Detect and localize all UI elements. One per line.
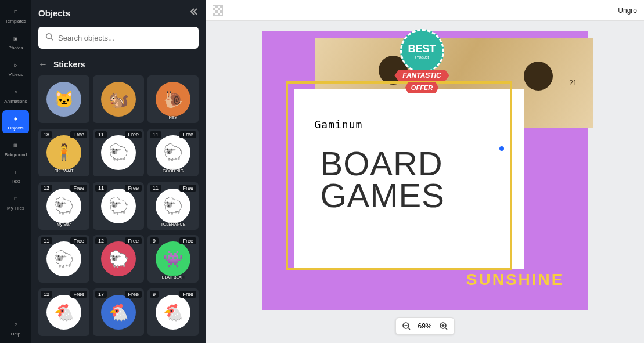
nav-objects[interactable]: ◆ Objects [2,110,29,133]
sticker-price-badge: Free [179,131,196,138]
objects-icon: ◆ [10,114,21,124]
sticker-caption: My Star [57,222,71,226]
background-icon: ▦ [10,140,21,151]
sticker-pack[interactable]: 🐑11FreeGOOD NIG [147,129,199,176]
sticker-pack[interactable]: 🐔9Free [147,288,199,336]
zoom-out-button[interactable] [400,320,412,332]
zoom-out-icon [401,322,411,331]
sticker-grid[interactable]: 🐱🐿️🐌HEY🧍18FreeOK I WAIT🐑11Free🐑11FreeGOO… [38,75,199,343]
nav-animations[interactable]: ✳ Animations [2,84,29,107]
nav-help[interactable]: ? Help [2,316,29,340]
search-input[interactable] [58,34,192,42]
sticker-count-badge: 12 [95,237,107,244]
sticker-thumbnail: 🐑 [46,241,81,276]
brand-text: Gaminum [315,118,363,131]
sticker-count-badge: 11 [95,185,107,192]
sticker-pack[interactable]: 🐑11Free [38,235,89,283]
collapse-panel-button[interactable] [189,7,199,19]
sunshine-text: SUNSHINE [466,270,564,289]
sticker-count-badge: 12 [41,291,52,298]
sticker-thumbnail: 🐱 [46,82,81,117]
sticker-price-badge: Free [70,237,87,244]
sticker-pack[interactable]: 🐔12Free [38,288,89,336]
sticker-thumbnail: 🐔 [101,295,136,330]
nav-templates[interactable]: ⊞ Templates [2,3,29,27]
nav-label: Photos [9,45,23,50]
sticker-price-badge: Free [179,291,196,298]
sticker-pack[interactable]: 🐔17Free [93,288,144,336]
sticker-thumbnail: 🐌 [156,82,190,117]
sticker-count-badge: 11 [95,131,107,138]
sticker-pack[interactable]: 🧍18FreeOK I WAIT [38,129,89,176]
sticker-count-badge: 11 [150,185,161,192]
sticker-pack[interactable]: 🐑12Free [93,235,144,283]
ribbon-fantastic: FANTASTIC [394,70,449,81]
sticker-price-badge: Free [125,237,142,244]
sticker-caption: BLAH BLAH [162,275,185,279]
objects-panel: Objects ← Stickers 🐱🐿️🐌HEY🧍18FreeOK I WA… [31,0,206,343]
ungroup-button[interactable]: Ungro [618,6,637,15]
files-icon: □ [10,194,21,204]
nav-label: Objects [8,125,23,131]
sticker-price-badge: Free [70,131,87,138]
zoom-in-icon [439,322,448,331]
section-title: Stickers [53,60,85,69]
zoom-in-button[interactable] [438,320,449,332]
ribbon-offer: OFFER [405,82,438,93]
search-icon [45,33,53,43]
sticker-pack[interactable]: 🐑11Free [93,129,144,176]
sticker-count-badge: 9 [150,237,159,244]
nav-label: Help [11,331,20,337]
nav-videos[interactable]: ▷ Videos [2,57,29,80]
sticker-thumbnail: 🐿️ [101,82,136,117]
sticker-thumbnail: 🐔 [46,295,81,330]
sticker-pack[interactable]: 👾9FreeBLAH BLAH [147,235,199,283]
nav-photos[interactable]: ▣ Photos [2,30,29,53]
sticker-count-badge: 11 [41,237,52,244]
sticker-pack[interactable]: 🐑12FreeMy Star [38,182,89,230]
nav-label: Templates [5,19,26,24]
badge-object[interactable]: BEST Product FANTASTIC OFFER [390,29,454,93]
design-artboard[interactable]: 20 21 Gaminum BOARD GAMES BEST Product F… [262,31,588,310]
sticker-caption: GOOD NIG [163,169,184,173]
color-swatch-button[interactable] [213,5,223,16]
nav-label: Bckground [5,152,27,157]
search-objects[interactable] [38,27,199,49]
sticker-pack[interactable]: 🐌HEY [147,75,199,123]
videos-icon: ▷ [10,60,21,71]
sticker-price-badge: Free [70,185,87,192]
nav-text[interactable]: T Text [2,164,29,187]
sticker-thumbnail: 🧍 [46,135,81,170]
nav-label: My Files [7,205,24,211]
sticker-caption: TOLERANCE [161,222,186,226]
help-icon: ? [10,320,21,330]
zoom-control: 69% [395,317,454,335]
sticker-price-badge: Free [179,237,196,244]
animations-icon: ✳ [10,87,21,98]
back-button[interactable]: ← [38,59,48,70]
sticker-pack[interactable]: 🐑11FreeTOLERANCE [147,182,199,230]
top-toolbar: Ungro [206,0,644,21]
sticker-thumbnail: 🐑 [101,135,136,170]
sticker-pack[interactable]: 🐿️ [93,75,144,123]
zoom-value: 69% [418,322,431,330]
text-icon: T [10,167,21,178]
sticker-caption: OK I WAIT [54,169,73,173]
sticker-thumbnail: 🐑 [156,189,190,223]
nav-label: Videos [9,72,23,77]
sticker-price-badge: Free [125,185,142,192]
nav-my-files[interactable]: □ My Files [2,190,29,214]
sticker-price-badge: Free [70,291,87,298]
sticker-pack[interactable]: 🐱 [38,75,89,123]
photos-icon: ▣ [10,34,21,44]
nav-rail: ⊞ Templates ▣ Photos ▷ Videos ✳ Animatio… [0,0,31,343]
sticker-pack[interactable]: 🐑11Free [93,182,144,230]
sticker-count-badge: 11 [150,131,161,138]
sticker-count-badge: 12 [41,185,52,192]
nav-background[interactable]: ▦ Bckground [2,137,29,160]
sticker-thumbnail: 🐔 [156,295,190,330]
canvas-viewport[interactable]: 20 21 Gaminum BOARD GAMES BEST Product F… [206,21,644,343]
sticker-count-badge: 17 [95,291,107,298]
sticker-price-badge: Free [125,131,142,138]
sticker-price-badge: Free [179,185,196,192]
